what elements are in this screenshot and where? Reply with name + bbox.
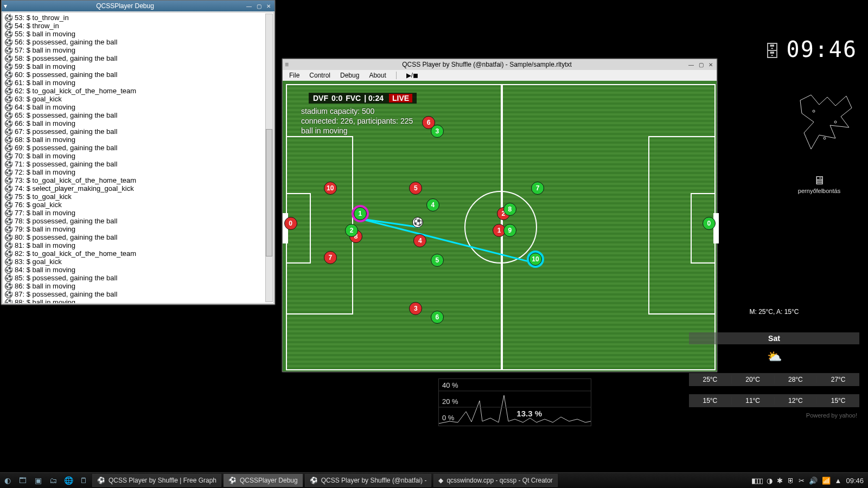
tray-clipboard-icon[interactable]: ✂ [799,477,805,485]
debug-titlebar[interactable]: ▾ QCSSPlayer Debug — ▢ ✕ [2,1,275,11]
close-button[interactable]: ✕ [707,61,714,68]
debug-log-text: 73: $ to_goal_kick_of_the_home_team [15,176,136,184]
launcher-desktop-icon[interactable]: 🗔 [17,474,29,486]
player-green-10[interactable]: 10 [529,253,542,266]
debug-log-text: 86: $ ball in moving [15,282,75,290]
menu-debug[interactable]: Debug [336,70,363,80]
debug-log-row: 85: $ possessed, gaining the ball [5,274,271,282]
debug-log-text: 85: $ possessed, gaining the ball [15,274,117,282]
player-green-7[interactable]: 7 [531,182,544,195]
weather-high-row: 25°C20°C28°C27°C [689,373,859,386]
weather-day: Sat [689,332,859,344]
debug-log-row: 58: $ possessed, gaining the ball [5,54,271,62]
player-green-3[interactable]: 3 [431,125,444,138]
connected-info: connected: 226, participants: 225 [301,117,413,125]
taskbar-item[interactable]: ⚽QCSS Player by Shuffle (@nbatfai) - [305,474,432,487]
menu-control[interactable]: Control [305,70,335,80]
debug-log-row: 76: $ goal_kick [5,201,271,209]
menu-file[interactable]: File [285,70,304,80]
debug-log-text: 80: $ possessed, gaining the ball [15,233,117,241]
maximize-button[interactable]: ▢ [255,2,263,10]
player-green-6[interactable]: 6 [431,311,444,324]
player-green-8[interactable]: 8 [503,203,516,216]
tray-volume-icon[interactable]: 🔊 [809,477,818,485]
soccer-ball-icon [5,217,12,225]
launcher-files-icon[interactable]: 🗂 [47,474,59,486]
start-button[interactable]: ◐ [2,474,14,486]
system-monitor-icon[interactable]: 🗄 [764,42,780,61]
taskbar-item[interactable]: ⚽QCSS Player by Shuffle | Free Graph [92,474,221,487]
debug-log-text: 59: $ ball in moving [15,62,75,70]
player-green-1[interactable]: 1 [354,207,367,220]
window-menu-icon[interactable]: ≡ [285,61,289,68]
minimize-button[interactable]: — [245,2,253,10]
tray-clock[interactable]: 09:46 [846,477,864,485]
task-icon: ⚽ [228,477,237,484]
debug-log-row: 53: $ to_throw_in [5,14,271,22]
close-button[interactable]: ✕ [265,2,272,10]
pitch[interactable]: DVF 0:0 FVC | 0:24 LIVE stadium capacity… [286,84,716,370]
debug-log-row: 82: $ to_goal_kick_of_the_home_team [5,249,271,258]
launcher-browser-icon[interactable]: 🌐 [62,474,74,486]
minimize-button[interactable]: — [687,61,695,68]
tray-network-icon[interactable]: 📶 [822,477,831,485]
taskbar-item[interactable]: ◆qcsswindow.cpp - qcssp - Qt Creator [433,474,557,487]
scrollbar-thumb[interactable] [266,129,272,256]
task-label: QCSS Player by Shuffle | Free Graph [108,477,216,484]
debug-log-row: 88: $ ball in moving [5,298,271,304]
taskbar[interactable]: ◐ 🗔 ▣ 🗂 🌐 🗒 ⚽QCSS Player by Shuffle | Fr… [0,472,868,488]
player-titlebar[interactable]: ≡ QCSS Player by Shuffle (@nbatfai) - Sa… [283,59,717,70]
debug-log-text: 72: $ ball in moving [15,168,75,176]
launcher-editor-icon[interactable]: 🗒 [78,474,90,486]
soccer-ball-icon [5,299,12,304]
debug-title: QCSSPlayer Debug [7,2,243,10]
debug-log-row: 86: $ ball in moving [5,282,271,290]
tray-moon-icon[interactable]: ◑ [767,477,773,485]
debug-log-row: 81: $ ball in moving [5,241,271,249]
temp-low-2: 12°C [775,397,818,404]
player-window[interactable]: ≡ QCSS Player by Shuffle (@nbatfai) - Sa… [282,59,717,372]
maximize-button[interactable]: ▢ [697,61,705,68]
debug-log-row: 83: $ goal_kick [5,258,271,266]
player-red-4[interactable]: 4 [413,234,426,247]
tray-notify-icon[interactable]: ▲ [835,477,842,485]
desktop-icon-resolution[interactable]: 🖥 pernyőfelbontás [792,174,846,194]
tray-shield-icon[interactable]: ⛨ [787,477,794,485]
task-label: QCSS Player by Shuffle (@nbatfai) - [321,477,427,484]
debug-scrollbar[interactable] [265,14,273,302]
player-green-4[interactable]: 4 [426,198,439,211]
debug-window[interactable]: ▾ QCSSPlayer Debug — ▢ ✕ 53: $ to_throw_… [1,0,275,305]
player-title: QCSS Player by Shuffle (@nbatfai) - Samp… [289,61,685,68]
task-label: qcsswindow.cpp - qcssp - Qt Creator [446,477,552,484]
debug-log-text: 81: $ ball in moving [15,241,75,249]
player-green-0[interactable]: 0 [703,217,716,230]
player-green-5[interactable]: 5 [431,254,444,267]
debug-log-list[interactable]: 53: $ to_throw_in 54: $ throw_in 55: $ b… [2,12,274,304]
soccer-ball-icon [5,201,12,209]
soccer-ball-icon [5,47,12,54]
player-red-0[interactable]: 0 [284,217,297,230]
debug-log-text: 58: $ possessed, gaining the ball [15,54,117,62]
player-green-9[interactable]: 9 [503,224,516,237]
soccer-ball-icon [5,87,12,95]
weather-summary: M: 25°C, A: 15°C [689,308,859,316]
debug-log-text: 55: $ ball in moving [15,30,75,38]
player-red-10[interactable]: 10 [324,182,337,195]
soccer-ball-icon [5,120,12,127]
taskbar-item[interactable]: ⚽QCSSPlayer Debug [224,474,303,487]
play-stop-button[interactable]: ▶/◼ [402,70,423,80]
player-red-5[interactable]: 5 [409,182,422,195]
pager-icon[interactable]: ▮▯▯▯ [751,477,762,485]
ball[interactable] [412,217,423,228]
debug-log-text: 74: $ select_player_making_goal_kick [15,184,134,192]
player-red-7[interactable]: 7 [324,251,337,264]
launcher-terminal-icon[interactable]: ▣ [32,474,44,486]
tray-bluetooth-icon[interactable]: ✱ [777,477,783,485]
task-icon: ⚽ [310,477,318,484]
soccer-ball-icon [5,274,12,282]
menu-about[interactable]: About [365,70,390,80]
debug-log-text: 62: $ to_goal_kick_of_the_home_team [15,87,136,95]
debug-log-row: 78: $ possessed, gaining the ball [5,217,271,225]
debug-log-text: 63: $ goal_kick [15,95,62,103]
debug-log-row: 70: $ ball in moving [5,152,271,160]
